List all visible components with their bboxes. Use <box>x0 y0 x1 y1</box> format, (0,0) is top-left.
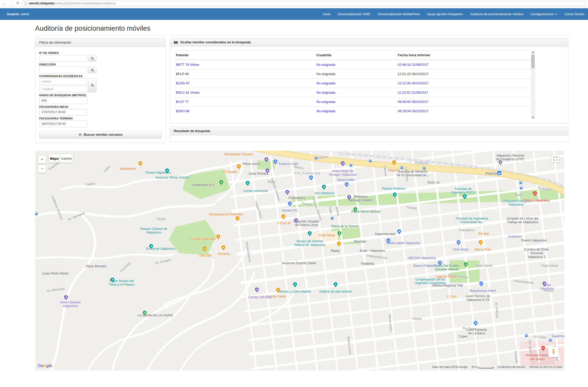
table-scrollbar[interactable] <box>531 50 535 119</box>
page-info-icon[interactable]: i <box>24 2 27 5</box>
map-marker[interactable] <box>337 241 341 245</box>
scrollbar-thumb[interactable] <box>531 55 535 68</box>
bus-stop-icon[interactable] <box>369 159 372 163</box>
nav-item[interactable]: Cerrar Sesión <box>561 8 588 20</box>
radius-input[interactable] <box>39 97 87 104</box>
map-marker[interactable] <box>276 288 280 292</box>
map-marker[interactable] <box>392 160 396 164</box>
address-search-button[interactable] <box>88 67 96 73</box>
fullscreen-button[interactable] <box>551 155 559 162</box>
nav-item[interactable]: Auditoría de posicionamiento móviles <box>466 8 527 20</box>
bus-stop-icon[interactable] <box>519 181 522 184</box>
nav-item[interactable]: Geovisualización OMC <box>334 8 374 20</box>
map-marker[interactable] <box>322 185 326 189</box>
order-input[interactable] <box>39 55 87 62</box>
forward-icon[interactable]: → <box>9 1 13 6</box>
map-marker[interactable] <box>255 287 259 291</box>
cuadrilla-cell[interactable]: No asignada <box>314 60 396 69</box>
map-marker[interactable] <box>387 238 390 242</box>
map-marker[interactable] <box>345 182 349 186</box>
end-datetime-input[interactable] <box>39 120 87 127</box>
map-marker[interactable] <box>463 194 467 198</box>
terms-link[interactable]: Condiciones del servicio <box>497 366 525 368</box>
map-marker[interactable] <box>438 261 442 265</box>
map-marker[interactable] <box>288 201 292 205</box>
map-marker[interactable] <box>293 282 297 286</box>
latitude-input[interactable] <box>39 78 87 85</box>
start-datetime-input[interactable] <box>39 109 87 116</box>
bus-stop-icon[interactable] <box>549 339 552 342</box>
map-marker[interactable] <box>236 216 240 220</box>
bus-stop-icon[interactable] <box>400 166 404 170</box>
map-type-satellite-button[interactable]: Satélite <box>60 154 73 163</box>
map-marker[interactable] <box>543 281 546 285</box>
bus-stop-icon[interactable] <box>520 187 523 190</box>
table-row[interactable]: BBTT 74 ViniseNo asignada10:46:18 31/08/… <box>174 60 531 69</box>
longitude-input[interactable] <box>39 86 87 92</box>
address-input[interactable] <box>39 67 87 73</box>
table-row[interactable]: BLDD 97No asignada12:22:05 05/10/2017 <box>174 79 531 88</box>
search-nearby-button[interactable]: Buscar móviles cercanos <box>39 131 162 139</box>
nav-item[interactable]: Geovisualización MobileFleet <box>374 8 423 20</box>
map-marker[interactable] <box>499 160 502 164</box>
map-marker[interactable] <box>457 240 461 244</box>
cuadrilla-cell[interactable]: No asignada <box>314 88 396 97</box>
map-marker[interactable] <box>309 175 313 179</box>
map-marker[interactable] <box>219 180 223 184</box>
zoom-in-button[interactable]: + <box>38 156 46 163</box>
map-marker[interactable] <box>274 159 277 163</box>
patente-cell[interactable]: BLDD 97 <box>174 79 314 88</box>
map-marker[interactable] <box>203 247 207 251</box>
map-marker[interactable] <box>308 231 312 235</box>
map-marker[interactable] <box>246 181 250 185</box>
cuadrilla-cell[interactable]: No asignada <box>314 97 396 107</box>
bus-stop-icon[interactable] <box>35 212 38 216</box>
street-view-pegman[interactable] <box>548 347 559 357</box>
bus-stop-icon[interactable] <box>525 334 528 337</box>
address-bar[interactable]: i omc43.chilquinta/index.php?perform=man… <box>22 1 586 6</box>
report-error-link[interactable]: Informar un error en el mapa <box>529 366 562 368</box>
map-marker[interactable] <box>541 346 545 350</box>
map-marker[interactable] <box>165 168 169 172</box>
scroll-down-icon[interactable] <box>531 116 535 119</box>
map-marker[interactable] <box>347 195 351 199</box>
fecha-cell[interactable]: 09:29:04 05/10/2017 <box>396 107 531 116</box>
bus-stop-icon[interactable] <box>349 164 353 167</box>
map-marker[interactable] <box>222 245 225 249</box>
fecha-cell[interactable]: 08:49:50 05/10/2017 <box>396 97 531 107</box>
map-marker[interactable] <box>393 192 397 196</box>
map-marker[interactable] <box>216 235 220 238</box>
back-icon[interactable]: ← <box>2 1 7 6</box>
patente-cell[interactable]: BBTT 74 Vinise <box>174 60 314 69</box>
map-marker[interactable] <box>479 240 483 244</box>
nav-item[interactable]: Apoyo gestión Despacho <box>423 8 466 20</box>
fecha-cell[interactable]: 10:46:18 31/08/2017 <box>396 60 531 69</box>
reload-icon[interactable] <box>15 1 20 6</box>
map-marker[interactable] <box>294 218 298 222</box>
patente-cell[interactable]: BVJT 77 <box>174 97 314 107</box>
bus-stop-icon[interactable] <box>315 157 318 160</box>
coords-search-button[interactable] <box>88 78 96 92</box>
bus-stop-icon[interactable] <box>331 217 334 220</box>
map-canvas[interactable]: ErrázurizErrázurizErrázurizBlancoBrasilB… <box>35 151 564 370</box>
map-marker[interactable] <box>285 190 289 194</box>
map-marker[interactable] <box>138 161 142 165</box>
map-marker[interactable] <box>237 164 241 168</box>
map-marker[interactable] <box>354 207 357 211</box>
collapse-minus-icon[interactable] <box>174 41 178 44</box>
map-type-map-button[interactable]: Mapa <box>49 154 60 163</box>
map-marker[interactable] <box>479 281 483 285</box>
map-marker[interactable] <box>341 161 345 165</box>
map-marker[interactable] <box>474 321 478 325</box>
patente-cell[interactable]: BZKH 96 <box>174 107 314 116</box>
map-marker[interactable] <box>64 295 68 299</box>
google-logo[interactable]: Google <box>38 363 52 368</box>
map-marker[interactable] <box>334 282 338 286</box>
cuadrilla-cell[interactable]: No asignada <box>314 79 396 88</box>
map-marker[interactable] <box>282 214 285 218</box>
map-marker[interactable] <box>149 244 153 248</box>
map-marker[interactable] <box>464 262 468 266</box>
map-marker[interactable] <box>533 191 537 195</box>
cuadrilla-cell[interactable]: No asignada <box>314 107 396 116</box>
order-search-button[interactable] <box>88 55 96 62</box>
